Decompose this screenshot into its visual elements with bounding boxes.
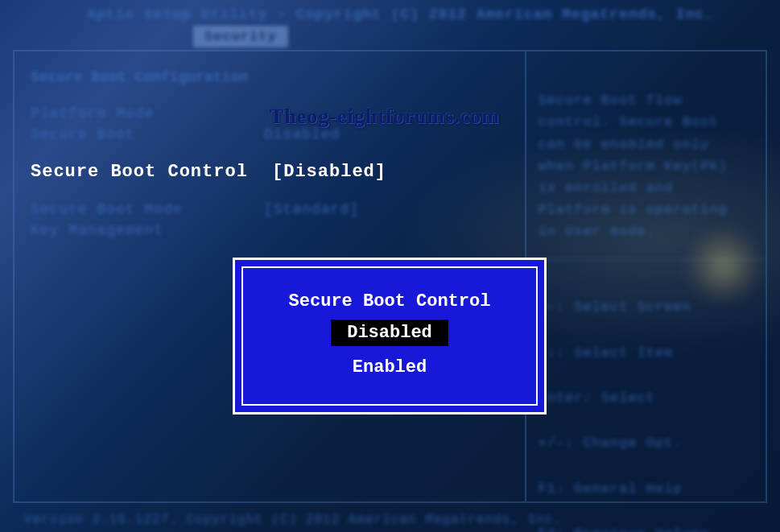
- row-label: Secure Boot: [31, 126, 264, 142]
- key-line: ↑↓: Select Item: [538, 342, 753, 364]
- help-text: Secure Boot flow control. Secure Boot ca…: [538, 89, 753, 242]
- version-footer: Version 2.15.1227. Copyright (C) 2012 Am…: [24, 513, 764, 527]
- key-line: Enter: Select: [538, 387, 753, 409]
- row-label: Platform Mode: [31, 105, 264, 122]
- row-secure-boot[interactable]: Secure Boot Disabled: [31, 126, 509, 142]
- row-secure-boot-control[interactable]: Secure Boot Control [Disabled]: [31, 162, 509, 182]
- right-pane: Secure Boot flow control. Secure Boot ca…: [525, 52, 766, 501]
- popup-title: Secure Boot Control: [289, 291, 491, 311]
- row-value: Disabled: [264, 126, 509, 142]
- section-title: Secure Boot Configuration: [31, 69, 509, 85]
- row-secure-boot-mode[interactable]: Secure Boot Mode [Standard]: [31, 201, 509, 217]
- popup-inner: Secure Boot Control Disabled Enabled: [241, 266, 538, 406]
- row-key-management[interactable]: Key Management: [31, 222, 509, 238]
- row-value: [Standard]: [264, 201, 509, 217]
- popup-option-disabled[interactable]: Disabled: [331, 320, 448, 346]
- key-help: →←: Select Screen ↑↓: Select Item Enter:…: [525, 258, 766, 532]
- tab-security[interactable]: Security: [193, 26, 288, 47]
- row-label: Key Management: [31, 222, 264, 238]
- key-line: →←: Select Screen: [538, 296, 753, 318]
- popup-option-enabled[interactable]: Enabled: [336, 354, 443, 381]
- row-value: [264, 222, 509, 238]
- popup-secure-boot-control: Secure Boot Control Disabled Enabled: [233, 258, 547, 414]
- key-line: F1: General Help: [538, 478, 753, 500]
- bios-header: Aptio Setup Utility - Copyright (C) 2012…: [87, 6, 764, 23]
- watermark: Theog-eightforums.com: [270, 105, 500, 129]
- row-label: Secure Boot Mode: [31, 201, 264, 217]
- tab-bar: Security: [193, 26, 288, 47]
- row-value: [Disabled]: [272, 162, 509, 182]
- row-label: Secure Boot Control: [31, 162, 272, 182]
- key-line: +/-: Change Opt.: [538, 432, 753, 454]
